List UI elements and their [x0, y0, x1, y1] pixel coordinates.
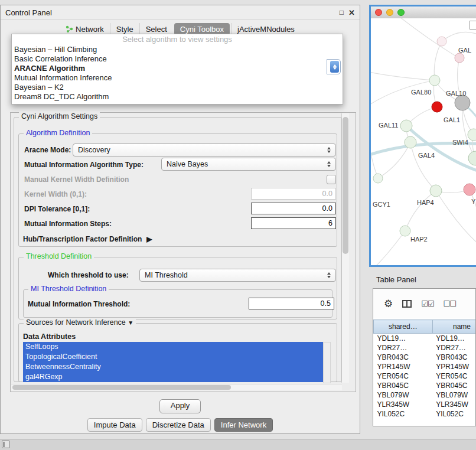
panel-title: Control Panel	[5, 8, 335, 17]
column-header-shared[interactable]: shared…	[374, 320, 433, 334]
network-node[interactable]	[400, 226, 410, 236]
column-header-name[interactable]: name	[432, 320, 476, 334]
tab-discretize-data[interactable]: Discretize Data	[146, 418, 211, 432]
network-node[interactable]	[455, 53, 464, 63]
sources-title: Sources for Network Inference	[26, 318, 126, 327]
mi-algorithm-type-select[interactable]: Naive Bayes	[161, 158, 336, 171]
dropdown-item[interactable]: Bayesian – Hill Climbing	[12, 45, 343, 54]
table-row[interactable]: YDR27…YDR27…12	[374, 343, 476, 353]
table-cell: YIL052C	[374, 409, 433, 419]
combo-stepper-icon	[330, 61, 339, 73]
dropdown-item[interactable]: Mutual Information Inference	[12, 73, 343, 83]
table-row[interactable]: YBR043CYBR043C	[374, 353, 476, 362]
network-node-label: SWI4	[452, 139, 468, 146]
combo-stepper-icon	[324, 161, 335, 167]
network-node[interactable]	[405, 136, 416, 148]
unchecked-boxes-icon[interactable]: ☐☐	[444, 299, 456, 308]
combo-stepper-icon	[324, 147, 335, 153]
mi-type-label: Mutual Information Algorithm Type:	[24, 161, 144, 169]
dropdown-item[interactable]: Bayesian – K2	[12, 83, 343, 92]
collapsed-panel-icon[interactable]	[2, 441, 9, 448]
close-icon[interactable]: ✕	[348, 9, 355, 17]
algorithm-select-fragment[interactable]	[327, 59, 341, 74]
float-window-icon[interactable]: □	[340, 9, 344, 16]
table-cell: YLR345W	[374, 400, 433, 409]
network-edge	[410, 142, 436, 191]
list-scrollbar[interactable]	[323, 342, 331, 383]
tab-select-label: Select	[146, 25, 167, 34]
table-row[interactable]: YIL052CYIL052C	[374, 409, 476, 419]
which-threshold-select[interactable]: MI Threshold	[139, 269, 336, 282]
network-node[interactable]	[400, 120, 412, 132]
minimize-traffic-light[interactable]	[386, 9, 393, 16]
expander-arrow-icon: ▶	[146, 235, 152, 243]
table-row[interactable]: YLR345WYLR345W9.	[374, 400, 476, 409]
table-cell: YER054C	[432, 371, 476, 381]
dpi-tolerance-input[interactable]	[251, 203, 336, 214]
network-node[interactable]	[464, 184, 475, 195]
control-panel-titlebar: Control Panel □ ✕	[1, 5, 360, 20]
list-item[interactable]: TopologicalCoefficient	[23, 352, 323, 362]
tab-jactivemnodules-label: jActiveMNodules	[237, 25, 295, 34]
dropdown-item[interactable]: Dream8 DC_TDC Algorithm	[12, 92, 343, 102]
tab-infer-network[interactable]: Infer Network	[214, 418, 273, 432]
list-item[interactable]: gal4RGexp	[23, 372, 323, 382]
group-title: Cyni Algorithm Settings	[19, 112, 100, 120]
network-node[interactable]	[429, 75, 440, 86]
network-edge	[405, 191, 436, 231]
network-node-label: GAL80	[411, 89, 431, 96]
table-cell: YER054C	[374, 371, 433, 381]
apply-button[interactable]: Apply	[159, 399, 201, 413]
horizontal-scrollbar[interactable]	[11, 384, 342, 390]
mi-steps-input[interactable]	[251, 217, 336, 229]
table-toolbar: ⚙ ☑☑ ☐☐	[373, 289, 475, 318]
network-canvas[interactable]: GALGAL80GAL10GAL11GAL1SWI4GAL4GCY1HAP4YH…	[371, 18, 476, 265]
network-edge	[442, 32, 476, 41]
table-row[interactable]: YBL079WYBL079W	[374, 390, 476, 400]
network-node-label: GAL4	[418, 152, 435, 159]
manual-kernel-label: Manual Kernel Width Definition	[24, 175, 129, 184]
hub-definition-expander[interactable]: Hub/Transcription Factor Definition ▶	[23, 235, 152, 243]
network-node[interactable]	[373, 174, 383, 183]
network-node[interactable]	[455, 95, 470, 110]
network-node[interactable]	[468, 151, 476, 165]
zoom-traffic-light[interactable]	[397, 9, 405, 16]
vertical-scrollbar[interactable]	[341, 113, 349, 383]
bottom-tab-bar: Impute Data Discretize Data Infer Networ…	[1, 418, 360, 432]
birdseye-toggle[interactable]	[470, 21, 476, 30]
network-edge	[371, 123, 378, 178]
checked-boxes-icon[interactable]: ☑☑	[421, 299, 433, 308]
sources-expander[interactable]: Sources for Network Inference ▼	[24, 318, 136, 327]
network-edge	[436, 191, 476, 244]
scrollbar-thumb[interactable]	[12, 385, 231, 390]
dropdown-item-selected[interactable]: ARACNE Algorithm	[12, 64, 343, 73]
network-node-label: HAP4	[417, 199, 434, 206]
table-row[interactable]: YBR045CYBR045C9.	[374, 381, 476, 390]
table-cell: YBR045C	[374, 381, 433, 390]
dropdown-item[interactable]: Basic Correlation Inference	[12, 54, 343, 64]
collapse-arrow-icon: ▼	[128, 319, 133, 326]
list-item[interactable]: BetweennessCentrality	[23, 362, 323, 372]
table-row[interactable]: YDL19…YDL19…13	[374, 334, 476, 344]
tab-style-label: Style	[116, 25, 133, 34]
scrollbar-thumb[interactable]	[343, 117, 348, 254]
manual-kernel-checkbox[interactable]	[327, 175, 336, 184]
tab-impute-data[interactable]: Impute Data	[87, 418, 142, 432]
network-node-label: GAL10	[446, 90, 466, 97]
add-column-icon[interactable]	[402, 300, 412, 308]
gear-icon[interactable]: ⚙	[384, 299, 393, 309]
mi-threshold-input[interactable]	[249, 298, 334, 309]
kernel-width-input[interactable]	[251, 188, 336, 200]
network-node[interactable]	[468, 129, 476, 141]
network-node[interactable]	[437, 37, 446, 46]
table-row[interactable]: YER054CYER054C8.	[374, 371, 476, 381]
table-row[interactable]: YPR145WYPR145W9.	[374, 362, 476, 371]
list-item[interactable]: SelfLoops	[23, 342, 323, 352]
aracne-mode-select[interactable]: Discovery	[73, 144, 336, 156]
kernel-width-label: Kernel Width (0,1):	[24, 190, 87, 198]
network-node-label: HAP2	[410, 236, 428, 243]
network-node[interactable]	[430, 185, 442, 197]
close-traffic-light[interactable]	[375, 9, 382, 16]
table-cell: YIL052C	[432, 409, 476, 419]
network-node[interactable]	[432, 102, 442, 112]
